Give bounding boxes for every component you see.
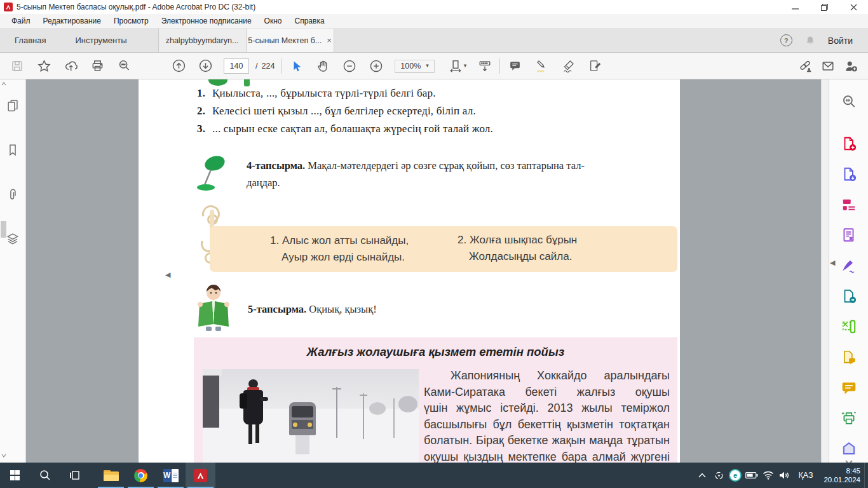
- next-page-button[interactable]: [197, 58, 214, 74]
- doc-tab-active[interactable]: 5-сынып Мектеп б... ×: [246, 29, 334, 52]
- exercise-line: 3. ... сырын еске сақтап ал, болашақта ж…: [197, 123, 667, 135]
- more-tools-button[interactable]: [836, 440, 862, 457]
- bookmarks-button[interactable]: [3, 142, 22, 158]
- comment-tool-button[interactable]: [506, 58, 523, 74]
- page-thumbnails-button[interactable]: [3, 97, 22, 114]
- close-button[interactable]: [839, 0, 868, 14]
- tray-volume-button[interactable]: [776, 463, 793, 488]
- export-pdf-button[interactable]: [836, 166, 862, 182]
- fit-width-button[interactable]: [447, 58, 464, 74]
- taskbar-chrome[interactable]: [126, 463, 156, 488]
- highlighter-icon: [535, 59, 548, 72]
- word-icon: W: [163, 469, 179, 482]
- zoom-in-button[interactable]: [368, 58, 384, 74]
- organize-pages-button[interactable]: [836, 196, 862, 213]
- menu-view[interactable]: Просмотр: [107, 17, 155, 25]
- search-button[interactable]: [116, 58, 132, 74]
- select-tool-button[interactable]: [288, 58, 304, 74]
- search-icon: [118, 59, 131, 72]
- delete-pages-button[interactable]: [836, 227, 862, 243]
- fill-and-sign-button[interactable]: [836, 257, 862, 274]
- email-button[interactable]: [820, 58, 836, 74]
- tab-tools[interactable]: Инструменты: [60, 29, 141, 52]
- collapse-right-panel-arrow[interactable]: ◀: [830, 259, 835, 266]
- create-pdf-button[interactable]: [836, 135, 862, 152]
- search-tools-button[interactable]: [836, 93, 862, 110]
- proverb-1-line-1: 1. Алыс жол атты сынайды,: [270, 233, 409, 249]
- menu-esign[interactable]: Электронное подписание: [155, 17, 258, 25]
- exercise-text: Қиылыста, ..., бұрылыста түрлі-түрлі бел…: [212, 87, 436, 100]
- tray-expand-button[interactable]: [694, 463, 710, 488]
- taskbar-file-explorer[interactable]: [96, 463, 126, 488]
- crop-pages-button[interactable]: [836, 318, 862, 335]
- wifi-icon: [763, 471, 774, 480]
- star-button[interactable]: [36, 58, 52, 74]
- screen: { "titlebar": {"title": "5-сынып Мектеп …: [0, 0, 868, 488]
- show-toolbar-button[interactable]: [477, 58, 493, 74]
- menu-help[interactable]: Справка: [288, 17, 331, 25]
- story-title: Жалғыз жолаушыға қызмет ететін пойыз: [194, 345, 677, 359]
- language-indicator[interactable]: ҚАЗ: [793, 471, 818, 480]
- tray-eset-button[interactable]: e: [727, 463, 743, 488]
- tray-battery-button[interactable]: [743, 463, 760, 488]
- menu-file[interactable]: Файл: [5, 17, 37, 25]
- highlight-tool-button[interactable]: [533, 58, 550, 74]
- windows-logo-icon: [10, 470, 20, 480]
- page-number-input[interactable]: [224, 58, 249, 74]
- fit-width-icon: [449, 59, 463, 73]
- notifications-button[interactable]: [805, 35, 815, 46]
- doc-tab-close-icon[interactable]: ×: [327, 36, 332, 44]
- task-view-button[interactable]: [60, 463, 90, 488]
- sign-tool-button[interactable]: [560, 58, 576, 74]
- upload-cloud-button[interactable]: [62, 58, 79, 74]
- start-button[interactable]: [0, 463, 30, 488]
- taskbar-word[interactable]: W: [156, 463, 186, 488]
- request-signatures-button[interactable]: [836, 349, 862, 365]
- search-tools-icon: [841, 93, 857, 110]
- scroll-up-arrow[interactable]: [0, 81, 7, 87]
- chrome-icon: [134, 469, 147, 482]
- envelope-icon: [821, 59, 835, 73]
- menu-window[interactable]: Окно: [258, 17, 288, 25]
- show-desktop-button[interactable]: [864, 463, 868, 488]
- left-panel-rail: [0, 79, 26, 463]
- minimize-button[interactable]: [780, 0, 810, 14]
- taskbar-clock[interactable]: 8:45 20.01.2024: [818, 466, 864, 484]
- microphone-illustration: [194, 154, 230, 193]
- attachments-button[interactable]: [3, 186, 22, 203]
- add-user-button[interactable]: [843, 58, 859, 74]
- vertical-scrollbar[interactable]: [821, 79, 829, 463]
- menu-edit[interactable]: Редактирование: [37, 17, 107, 25]
- chevron-up-icon: [698, 473, 706, 478]
- help-icon[interactable]: ?: [780, 34, 792, 46]
- save-button[interactable]: [9, 58, 25, 74]
- taskbar-acrobat-active[interactable]: [186, 463, 215, 488]
- train-station-photo: [203, 369, 419, 463]
- print-button[interactable]: [89, 58, 105, 74]
- share-link-button[interactable]: [797, 58, 813, 74]
- taskbar-search-button[interactable]: [30, 463, 60, 488]
- scan-ocr-button[interactable]: [836, 410, 862, 426]
- document-viewport[interactable]: 1. Қиылыста, ..., бұрылыста түрлі-түрлі …: [26, 79, 821, 463]
- zoom-level-select[interactable]: 100% ▾: [395, 60, 435, 72]
- hand-tool-button[interactable]: [315, 58, 331, 74]
- send-for-review-button[interactable]: [836, 288, 862, 304]
- tray-utility-icon-button[interactable]: [710, 463, 727, 488]
- zoom-out-button[interactable]: [341, 58, 358, 74]
- previous-page-float-arrow[interactable]: ◀: [165, 271, 170, 278]
- comment-panel-button[interactable]: [836, 379, 862, 396]
- task4-row-cont: даңдар.: [247, 177, 280, 189]
- title-bar: 5-сынып Мектеп баспасы оқулық.pdf - Adob…: [0, 0, 868, 14]
- maximize-button[interactable]: [810, 0, 839, 14]
- hand-icon: [316, 59, 330, 72]
- tab-home[interactable]: Главная: [0, 29, 60, 52]
- previous-page-button[interactable]: [170, 58, 187, 74]
- photo-roof-snow: [203, 369, 222, 376]
- zoom-level-value: 100%: [400, 62, 421, 71]
- tray-wifi-button[interactable]: [760, 463, 776, 488]
- sign-in-button[interactable]: Войти: [828, 36, 853, 46]
- edit-page-tool-button[interactable]: [587, 58, 603, 74]
- scrollbar-thumb[interactable]: [1, 221, 6, 238]
- doc-tab-inactive[interactable]: zhalpybbyymdaryn...: [158, 29, 246, 52]
- scroll-down-arrow[interactable]: [0, 452, 7, 459]
